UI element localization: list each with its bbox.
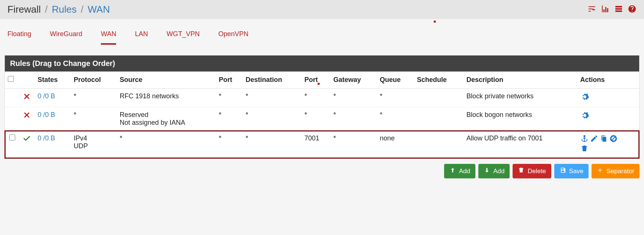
panel-title: Rules (Drag to Change Order) — [5, 55, 639, 72]
cell-sport: * — [216, 107, 243, 131]
save-disk-icon — [559, 167, 566, 175]
cell-sport: * — [216, 131, 243, 159]
rules-panel: Rules (Drag to Change Order) States Prot… — [4, 55, 640, 159]
interface-tabs: Floating WireGuard WAN LAN WGT_VPN OpenV… — [0, 19, 644, 45]
cell-queue: none — [377, 131, 414, 159]
col-queue: Queue — [377, 72, 414, 89]
disable-icon[interactable] — [609, 134, 618, 145]
breadcrumb-root: Firewall — [7, 4, 41, 15]
col-protocol: Protocol — [71, 72, 117, 89]
gear-icon[interactable] — [580, 92, 589, 103]
delete-button[interactable]: Delete — [513, 164, 551, 178]
plus-icon — [597, 167, 603, 175]
cell-schedule — [414, 107, 463, 131]
col-schedule: Schedule — [414, 72, 463, 89]
header-action-icons — [587, 4, 637, 15]
anchor-icon[interactable] — [580, 134, 589, 145]
cell-queue: * — [377, 107, 414, 131]
pass-icon — [23, 134, 31, 145]
col-actions: Actions — [577, 72, 639, 89]
tab-wan[interactable]: WAN — [101, 30, 116, 45]
save-button[interactable]: Save — [554, 164, 589, 178]
cell-dport: * — [302, 89, 331, 107]
footer-buttons: Add Add Delete Save Separator — [0, 159, 644, 184]
cell-gateway: * — [330, 89, 377, 107]
cell-schedule — [414, 89, 463, 107]
cell-source: ReservedNot assigned by IANA — [117, 107, 216, 131]
cell-dport: * — [302, 107, 331, 131]
gear-icon[interactable] — [580, 111, 589, 122]
breadcrumb-sep: / — [45, 4, 48, 15]
col-status — [20, 72, 35, 89]
tab-lan[interactable]: LAN — [135, 30, 148, 45]
block-icon — [23, 111, 31, 121]
stats-chart-icon[interactable] — [601, 4, 610, 15]
add-top-label: Add — [459, 168, 470, 175]
help-icon[interactable] — [628, 4, 637, 15]
select-all-checkbox[interactable] — [8, 76, 14, 82]
log-list-icon[interactable] — [614, 4, 623, 15]
cell-destination: * — [243, 131, 302, 159]
arrow-down-icon — [484, 167, 490, 175]
cell-actions — [577, 131, 639, 159]
pencil-edit-icon[interactable] — [590, 134, 598, 145]
table-row[interactable]: 0 /0 B * RFC 1918 networks * * * * * Blo… — [5, 89, 639, 107]
col-checkbox — [5, 72, 20, 89]
cell-source: RFC 1918 networks — [117, 89, 216, 107]
tab-wgt-vpn[interactable]: WGT_VPN — [166, 30, 200, 45]
delete-label: Delete — [527, 168, 546, 175]
col-destination: Destination — [243, 72, 302, 89]
table-row[interactable]: 0 /0 B IPv4UDP * * * 7001 * none Allow U… — [5, 131, 639, 159]
trash-icon[interactable] — [580, 145, 589, 155]
annotation-dot-icon — [434, 20, 436, 23]
separator-button[interactable]: Separator — [592, 164, 640, 178]
breadcrumb-sep: / — [81, 4, 83, 15]
header-bar: Firewall / Rules / WAN — [0, 0, 644, 19]
col-sport: Port — [216, 72, 243, 89]
tab-openvpn[interactable]: OpenVPN — [218, 30, 248, 45]
cell-actions — [577, 107, 639, 131]
cell-actions — [577, 89, 639, 107]
col-states: States — [35, 72, 71, 89]
arrow-up-icon — [449, 167, 456, 175]
states-link[interactable]: 0 /0 B — [38, 134, 55, 142]
cell-description: Block private networks — [463, 89, 577, 107]
cell-gateway: * — [330, 131, 377, 159]
col-dport: Port — [302, 72, 331, 89]
cell-queue: * — [377, 89, 414, 107]
table-header-row: States Protocol Source Port Destination … — [5, 72, 639, 89]
cell-description: Block bogon networks — [463, 107, 577, 131]
tab-wireguard[interactable]: WireGuard — [50, 30, 82, 45]
col-description: Description — [463, 72, 577, 89]
cell-gateway: * — [330, 107, 377, 131]
add-bottom-button[interactable]: Add — [478, 164, 510, 178]
cell-description: Allow UDP traffic on 7001 — [463, 131, 577, 159]
cell-protocol: IPv4UDP — [71, 131, 117, 159]
cell-sport: * — [216, 89, 243, 107]
cell-protocol: * — [71, 89, 117, 107]
breadcrumb: Firewall / Rules / WAN — [7, 4, 110, 15]
copy-icon[interactable] — [600, 134, 608, 145]
settings-sliders-icon[interactable] — [587, 4, 596, 15]
states-link[interactable]: 0 /0 B — [38, 92, 55, 100]
cell-protocol: * — [71, 107, 117, 131]
rules-table: States Protocol Source Port Destination … — [5, 72, 639, 158]
trash-icon — [518, 167, 525, 175]
tab-floating[interactable]: Floating — [7, 30, 31, 45]
table-row[interactable]: 0 /0 B * ReservedNot assigned by IANA * … — [5, 107, 639, 131]
breadcrumb-mid[interactable]: Rules — [52, 4, 76, 15]
cell-source: * — [117, 131, 216, 159]
save-label: Save — [569, 168, 584, 175]
cell-dport: 7001 — [302, 131, 331, 159]
add-top-button[interactable]: Add — [444, 164, 475, 178]
cell-destination: * — [243, 107, 302, 131]
breadcrumb-leaf[interactable]: WAN — [87, 4, 110, 15]
col-source: Source — [117, 72, 216, 89]
states-link[interactable]: 0 /0 B — [38, 111, 55, 118]
row-checkbox[interactable] — [9, 134, 15, 140]
col-gateway: Gateway — [330, 72, 377, 89]
cell-schedule — [414, 131, 463, 159]
separator-label: Separator — [606, 168, 634, 175]
add-bottom-label: Add — [493, 168, 504, 175]
cell-destination: * — [243, 89, 302, 107]
